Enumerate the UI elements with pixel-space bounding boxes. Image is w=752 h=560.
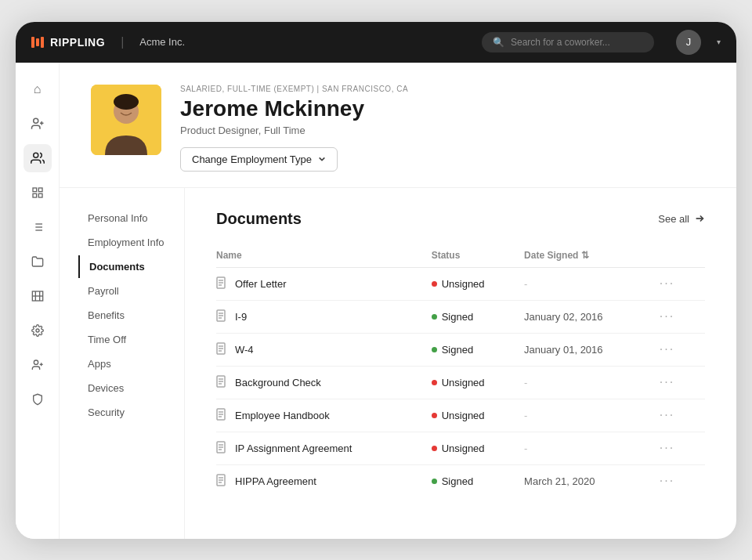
document-icon	[216, 474, 227, 489]
doc-name-cell: W-4	[216, 333, 432, 366]
company-name: Acme Inc.	[139, 36, 185, 48]
admin-icon[interactable]	[24, 385, 52, 414]
folder-icon[interactable]	[24, 247, 52, 276]
doc-name-cell: HIPPA Agreement	[216, 464, 432, 497]
status-dot	[432, 281, 437, 287]
doc-status-cell: Unsigned	[432, 432, 524, 464]
doc-name: W-4	[235, 344, 254, 356]
main-layout: ⌂	[16, 63, 736, 539]
doc-name-cell: Employee Handbook	[216, 399, 432, 432]
doc-name: I-9	[235, 311, 247, 323]
employees-icon[interactable]	[24, 144, 52, 172]
documents-table: Name Status Date Signed ⇅ Offer Lett	[216, 244, 705, 497]
sidebar-item-employment-info[interactable]: Employment Info	[78, 231, 184, 254]
svg-point-24	[114, 94, 139, 110]
more-options-button[interactable]: ···	[655, 406, 679, 423]
add-person-icon[interactable]	[24, 351, 52, 379]
doc-actions-cell: ···	[655, 366, 705, 399]
status-label: Signed	[442, 344, 473, 356]
search-input[interactable]	[511, 37, 643, 48]
status-label: Signed	[442, 311, 473, 323]
home-icon[interactable]: ⌂	[24, 75, 52, 103]
table-row: Background Check Unsigned - ···	[216, 366, 705, 399]
grid-icon[interactable]	[24, 179, 52, 207]
nav-divider: |	[121, 35, 124, 49]
document-icon	[216, 276, 227, 291]
doc-date-cell: -	[524, 366, 655, 399]
search-bar[interactable]: 🔍	[482, 32, 654, 52]
doc-date-cell: January 01, 2016	[524, 333, 655, 366]
sidebar-item-payroll[interactable]: Payroll	[78, 280, 184, 302]
documents-table-body: Offer Letter Unsigned - ···	[216, 267, 705, 497]
col-date-signed[interactable]: Date Signed ⇅	[524, 244, 655, 268]
status-dot	[432, 380, 437, 385]
documents-panel: Documents See all Name Status Date Signe…	[185, 188, 736, 539]
doc-name-cell: I-9	[216, 300, 432, 333]
col-actions	[655, 244, 705, 268]
see-all-label: See all	[658, 213, 689, 225]
nav-sidebar: Personal InfoEmployment InfoDocumentsPay…	[60, 188, 185, 539]
svg-rect-7	[38, 193, 42, 197]
doc-header: Documents See all	[216, 210, 705, 228]
more-options-button[interactable]: ···	[655, 275, 679, 291]
list-icon[interactable]	[24, 213, 52, 241]
see-all-link[interactable]: See all	[658, 213, 705, 225]
table-header: Name Status Date Signed ⇅	[216, 244, 705, 268]
date-value: -	[524, 377, 527, 388]
more-options-button[interactable]: ···	[655, 439, 679, 456]
more-options-button[interactable]: ···	[655, 308, 679, 324]
table-row: Offer Letter Unsigned - ···	[216, 267, 705, 300]
sidebar-item-benefits[interactable]: Benefits	[78, 304, 184, 327]
device-frame: RIPPLING | Acme Inc. 🔍 J ▾ ⌂	[16, 22, 736, 539]
doc-actions-cell: ···	[655, 432, 705, 464]
doc-date-cell: -	[524, 267, 655, 300]
doc-status-cell: Signed	[432, 464, 524, 497]
doc-status-cell: Unsigned	[432, 366, 524, 399]
sidebar-item-security[interactable]: Security	[78, 401, 184, 424]
sidebar-item-documents[interactable]: Documents	[78, 255, 184, 278]
table-row: Employee Handbook Unsigned - ···	[216, 399, 705, 432]
document-icon	[216, 375, 227, 390]
building-icon[interactable]	[24, 282, 52, 310]
sidebar-item-personal-info[interactable]: Personal Info	[78, 207, 184, 229]
doc-status-cell: Signed	[432, 333, 524, 366]
date-value: January 02, 2016	[524, 311, 602, 323]
svg-rect-4	[33, 188, 37, 192]
employee-name: Jerome Mckinney	[180, 96, 705, 121]
doc-name: Background Check	[235, 377, 321, 388]
status-label: Unsigned	[442, 410, 485, 421]
svg-point-18	[36, 329, 39, 332]
sidebar-item-devices[interactable]: Devices	[78, 377, 184, 399]
table-row: I-9 Signed January 02, 2016 ···	[216, 300, 705, 333]
status-dot	[432, 347, 437, 352]
sidebar-item-apps[interactable]: Apps	[78, 352, 184, 375]
doc-name: HIPPA Agreement	[235, 475, 316, 487]
date-value: -	[524, 410, 527, 421]
change-employment-type-button[interactable]: Change Employment Type	[180, 147, 338, 172]
more-options-button[interactable]: ···	[655, 341, 679, 357]
doc-status-cell: Signed	[432, 300, 524, 333]
svg-point-19	[34, 360, 38, 364]
chevron-down-icon	[318, 155, 326, 163]
chevron-down-icon: ▾	[717, 38, 721, 46]
status-label: Signed	[442, 475, 473, 487]
arrow-right-icon	[694, 213, 705, 224]
table-row: HIPPA Agreement Signed March 21, 2020 ··…	[216, 464, 705, 497]
status-label: Unsigned	[442, 443, 485, 454]
date-value: -	[524, 443, 527, 454]
avatar[interactable]: J	[676, 30, 701, 55]
doc-name: Employee Handbook	[235, 410, 330, 421]
doc-status-cell: Unsigned	[432, 399, 524, 432]
doc-date-cell: March 21, 2020	[524, 464, 655, 497]
settings-icon[interactable]	[24, 316, 52, 345]
doc-name: Offer Letter	[235, 278, 287, 290]
more-options-button[interactable]: ···	[655, 374, 679, 390]
doc-actions-cell: ···	[655, 464, 705, 497]
document-icon	[216, 441, 227, 456]
add-employee-icon[interactable]	[24, 110, 52, 138]
sidebar-item-time-off[interactable]: Time Off	[78, 328, 184, 351]
status-label: Unsigned	[442, 377, 485, 388]
doc-date-cell: January 02, 2016	[524, 300, 655, 333]
more-options-button[interactable]: ···	[655, 472, 679, 489]
svg-rect-6	[33, 193, 37, 197]
